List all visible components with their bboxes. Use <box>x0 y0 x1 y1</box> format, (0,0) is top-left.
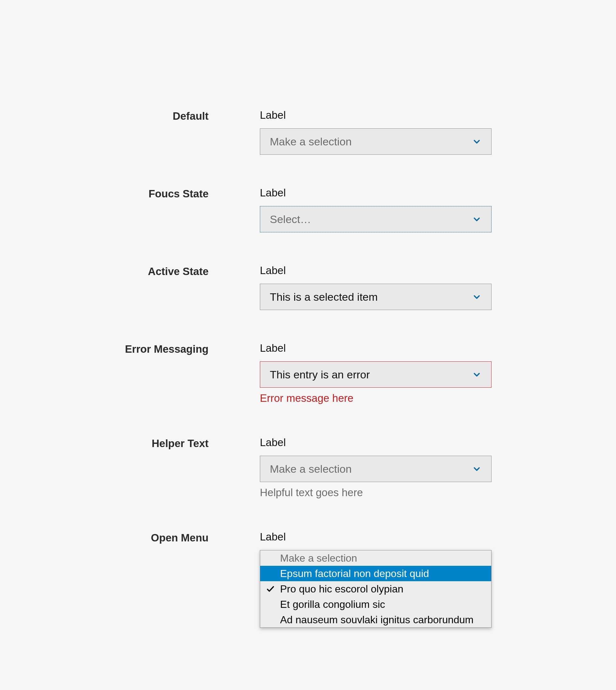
select-placeholder: Make a selection <box>270 135 472 148</box>
row-title-focus: Foucs State <box>0 187 208 200</box>
row-title-error: Error Messaging <box>0 342 208 355</box>
field-open-menu: Label Make a selectionEpsum factorial no… <box>260 531 491 628</box>
select-error[interactable]: This entry is an error <box>260 361 491 388</box>
menu-item-label: Et gorilla congolium sic <box>277 599 485 610</box>
select-active[interactable]: This is a selected item <box>260 284 491 310</box>
dropdown-menu[interactable]: Make a selectionEpsum factorial non depo… <box>260 550 491 628</box>
field-focus: Label Select… <box>260 187 491 232</box>
field-label: Label <box>260 264 491 277</box>
select-value: This entry is an error <box>270 368 472 381</box>
select-value: This is a selected item <box>270 291 472 303</box>
select-focus[interactable]: Select… <box>260 206 491 232</box>
select-default[interactable]: Make a selection <box>260 128 491 155</box>
chevron-down-icon <box>472 464 482 474</box>
menu-item[interactable]: Epsum factorial non deposit quid <box>260 566 491 581</box>
menu-item-placeholder[interactable]: Make a selection <box>260 551 491 566</box>
field-helper: Label Make a selection Helpful text goes… <box>260 436 491 499</box>
row-helper: Helper Text Label Make a selection Helpf… <box>0 436 616 499</box>
row-title-open-menu: Open Menu <box>0 531 208 544</box>
menu-item-label: Pro quo hic escorol olypian <box>277 583 485 595</box>
chevron-down-icon <box>472 214 482 224</box>
check-icon <box>264 584 277 594</box>
chevron-down-icon <box>472 370 482 379</box>
menu-item-label: Make a selection <box>277 552 485 564</box>
helper-text: Helpful text goes here <box>260 487 491 499</box>
chevron-down-icon <box>472 292 482 302</box>
field-label: Label <box>260 109 491 121</box>
menu-item-label: Ad nauseum souvlaki ignitus carborundum <box>277 614 485 626</box>
row-active: Active State Label This is a selected it… <box>0 264 616 310</box>
field-error: Label This entry is an error Error messa… <box>260 342 491 404</box>
row-title-helper: Helper Text <box>0 436 208 449</box>
error-message: Error message here <box>260 392 491 404</box>
menu-item[interactable]: Ad nauseum souvlaki ignitus carborundum <box>260 612 491 627</box>
menu-item-label: Epsum factorial non deposit quid <box>277 568 485 580</box>
select-placeholder: Select… <box>270 213 472 225</box>
field-label: Label <box>260 436 491 449</box>
menu-item[interactable]: Et gorilla congolium sic <box>260 597 491 612</box>
menu-item[interactable]: Pro quo hic escorol olypian <box>260 581 491 597</box>
field-label: Label <box>260 187 491 199</box>
field-default: Label Make a selection <box>260 109 491 155</box>
row-title-default: Default <box>0 109 208 122</box>
row-title-active: Active State <box>0 264 208 277</box>
row-focus: Foucs State Label Select… <box>0 187 616 232</box>
field-label: Label <box>260 531 491 543</box>
field-label: Label <box>260 342 491 354</box>
select-placeholder: Make a selection <box>270 463 472 475</box>
chevron-down-icon <box>472 137 482 146</box>
row-default: Default Label Make a selection <box>0 109 616 155</box>
row-open-menu: Open Menu Label Make a selectionEpsum fa… <box>0 531 616 628</box>
row-error: Error Messaging Label This entry is an e… <box>0 342 616 404</box>
field-active: Label This is a selected item <box>260 264 491 310</box>
select-helper[interactable]: Make a selection <box>260 456 491 482</box>
